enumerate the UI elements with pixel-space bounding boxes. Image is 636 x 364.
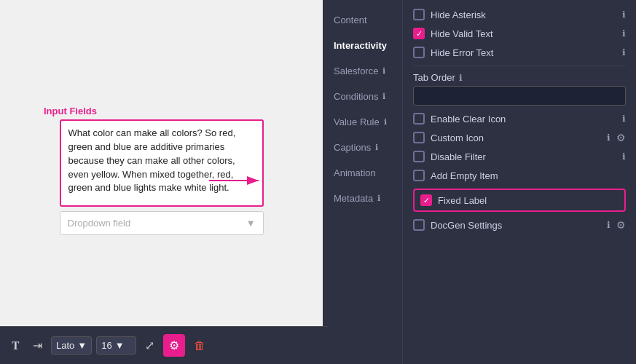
add-empty-item-label: Add Empty Item (431, 170, 626, 181)
sidebar-label-captions: Captions (334, 142, 371, 153)
settings-button[interactable]: ⚙ (163, 334, 185, 357)
dropdown-field[interactable]: Dropdown field ▼ (60, 211, 264, 235)
font-size-label: 16 (101, 340, 111, 351)
dropdown-arrow-icon: ▼ (246, 218, 256, 229)
sidebar-item-interactivity[interactable]: Interactivity (323, 33, 402, 58)
info-icon-conditions: ℹ (382, 92, 385, 101)
size-dropdown-icon: ▼ (115, 340, 125, 351)
docgen-gear[interactable]: ⚙ (616, 219, 626, 231)
hide-asterisk-label: Hide Asterisk (431, 9, 616, 20)
add-empty-item-row: Add Empty Item (413, 170, 626, 181)
info-icon-hide-valid: ℹ (622, 28, 626, 39)
tab-order-input[interactable] (413, 86, 626, 106)
enable-clear-icon-row: Enable Clear Icon ℹ (413, 113, 626, 124)
fixed-label-row: Fixed Label (413, 189, 626, 212)
sidebar-item-metadata[interactable]: Metadata ℹ (323, 186, 402, 211)
info-icon-docgen: ℹ (607, 220, 611, 230)
info-icon-captions: ℹ (375, 143, 378, 152)
tab-order-text: Tab Order (413, 72, 455, 83)
docgen-settings-checkbox[interactable] (413, 219, 425, 231)
sidebar-label-salesforce: Salesforce (334, 66, 378, 76)
info-icon-clear: ℹ (622, 114, 626, 124)
disable-filter-label: Disable Filter (431, 151, 616, 162)
custom-icon-checkbox[interactable] (413, 132, 425, 143)
sidebar-label-metadata: Metadata (334, 193, 373, 204)
info-icon-hide-error: ℹ (622, 47, 626, 58)
sidebar-label-conditions: Conditions (334, 91, 378, 102)
docgen-settings-label: DocGen Settings (431, 220, 601, 231)
align-button[interactable]: ⇥ (28, 336, 47, 355)
divider-1 (413, 66, 626, 66)
info-icon-salesforce: ℹ (382, 66, 385, 76)
properties-panel: Hide Asterisk ℹ Hide Valid Text ℹ Hide E… (403, 0, 636, 364)
trash-icon: 🗑 (194, 339, 205, 352)
hide-asterisk-checkbox[interactable] (413, 9, 425, 20)
sidebar-item-content[interactable]: Content (323, 7, 402, 33)
hide-valid-text-checkbox[interactable] (413, 28, 425, 39)
hide-valid-text-label: Hide Valid Text (431, 28, 616, 39)
sidebar-item-conditions[interactable]: Conditions ℹ (323, 84, 402, 109)
input-fields-label: Input Fields (44, 106, 97, 116)
custom-icon-row: Custom Icon ℹ ⚙ (413, 132, 626, 143)
docgen-settings-row: DocGen Settings ℹ ⚙ (413, 219, 626, 231)
main-layout: Input Fields What color can make all col… (0, 0, 636, 364)
disable-filter-row: Disable Filter ℹ (413, 151, 626, 162)
font-dropdown-icon: ▼ (77, 340, 87, 351)
align-icon: ⇥ (33, 339, 42, 352)
sidebar-item-captions[interactable]: Captions ℹ (323, 135, 402, 160)
sidebar-label-interactivity: Interactivity (334, 40, 387, 51)
sidebar-item-salesforce[interactable]: Salesforce ℹ (323, 58, 402, 84)
canvas-area: Input Fields What color can make all col… (0, 0, 323, 364)
right-panel: Content Interactivity Salesforce ℹ Condi… (323, 0, 636, 364)
enable-clear-icon-checkbox[interactable] (413, 113, 425, 124)
info-icon-filter: ℹ (622, 151, 626, 162)
font-bold-button[interactable]: 𝐓 (7, 336, 24, 355)
font-family-select[interactable]: Lato ▼ (51, 336, 92, 355)
side-nav: Content Interactivity Salesforce ℹ Condi… (323, 0, 403, 364)
bottom-toolbar: 𝐓 ⇥ Lato ▼ 16 ▼ ⤢ ⚙ 🗑 (0, 326, 328, 364)
expand-button[interactable]: ⤢ (141, 336, 159, 355)
gear-icon: ⚙ (169, 339, 179, 352)
sidebar-item-value-rule[interactable]: Value Rule ℹ (323, 109, 402, 135)
fixed-label-checkbox[interactable] (420, 194, 432, 206)
font-size-select[interactable]: 16 ▼ (96, 336, 136, 355)
add-empty-item-checkbox[interactable] (413, 170, 425, 181)
sidebar-label-content: Content (334, 15, 367, 25)
sidebar-label-animation: Animation (334, 167, 376, 178)
hide-error-text-row: Hide Error Text ℹ (413, 47, 626, 58)
font-name-label: Lato (56, 340, 74, 351)
dropdown-placeholder: Dropdown field (68, 218, 131, 229)
info-icon-tab-order: ℹ (459, 73, 463, 83)
delete-button[interactable]: 🗑 (189, 336, 210, 355)
arrow-pointer (206, 170, 264, 194)
expand-icon: ⤢ (145, 339, 154, 352)
tab-order-label: Tab Order ℹ (413, 72, 626, 83)
info-icon-custom: ℹ (607, 132, 611, 143)
custom-icon-label: Custom Icon (431, 132, 601, 143)
info-icon-value-rule: ℹ (384, 117, 387, 127)
tab-order-section: Tab Order ℹ (413, 72, 626, 113)
sidebar-label-value-rule: Value Rule (334, 116, 380, 127)
text-format-icon: 𝐓 (12, 339, 20, 352)
custom-icon-gear[interactable]: ⚙ (616, 132, 626, 143)
fixed-label-label: Fixed Label (438, 195, 619, 206)
enable-clear-icon-label: Enable Clear Icon (431, 114, 616, 124)
info-icon-hide-asterisk: ℹ (622, 9, 626, 20)
hide-valid-text-row: Hide Valid Text ℹ (413, 28, 626, 39)
disable-filter-checkbox[interactable] (413, 151, 425, 162)
hide-error-text-label: Hide Error Text (431, 47, 616, 58)
hide-asterisk-row: Hide Asterisk ℹ (413, 9, 626, 20)
sidebar-item-animation[interactable]: Animation (323, 160, 402, 186)
hide-error-text-checkbox[interactable] (413, 47, 425, 58)
info-icon-metadata: ℹ (377, 194, 380, 203)
